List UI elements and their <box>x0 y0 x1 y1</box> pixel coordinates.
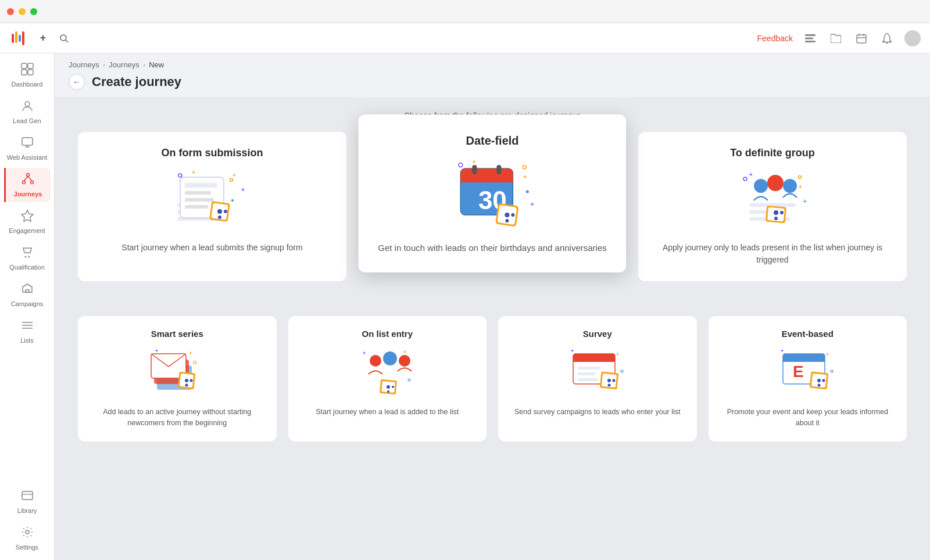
sidebar-label-journeys: Journeys <box>14 191 42 198</box>
sidebar-item-settings[interactable]: Settings <box>4 521 51 555</box>
svg-rect-17 <box>28 70 33 75</box>
window-maximize-dot[interactable] <box>30 8 37 15</box>
svg-line-26 <box>28 177 32 181</box>
card-desc-smart: Add leads to an active journey without s… <box>88 407 266 429</box>
sidebar: Dashboard Lead Gen Web Assistant Journey… <box>0 53 55 560</box>
card-title-event: Event-based <box>782 329 834 339</box>
card-illustration-group: + + + <box>735 168 810 232</box>
card-desc-form: Start journey when a lead submits the si… <box>121 242 302 254</box>
svg-point-125 <box>607 384 610 387</box>
card-on-form-submission[interactable]: On form submission <box>78 132 346 281</box>
svg-point-84 <box>505 219 509 222</box>
add-button[interactable]: + <box>35 30 51 46</box>
sidebar-label-leadgen: Lead Gen <box>13 117 41 124</box>
card-title-smart: Smart series <box>151 329 203 339</box>
svg-rect-30 <box>26 290 29 292</box>
bell-icon[interactable] <box>879 30 895 46</box>
search-button[interactable] <box>56 30 72 46</box>
svg-text:+: + <box>749 171 753 178</box>
svg-text:+: + <box>363 350 366 356</box>
svg-rect-34 <box>22 491 33 500</box>
sidebar-item-dashboard[interactable]: Dashboard <box>4 58 51 92</box>
breadcrumb: Journeys › Journeys › New <box>69 60 916 69</box>
svg-point-127 <box>621 370 623 372</box>
card-date-field[interactable]: Date-field 30 <box>358 114 626 272</box>
breadcrumb-sep-2: › <box>143 60 145 69</box>
svg-point-98 <box>185 379 188 382</box>
topbar: + Feedback <box>0 23 930 53</box>
svg-point-67 <box>780 211 784 214</box>
svg-point-104 <box>370 355 381 367</box>
sidebar-label-engagement: Engagement <box>9 227 45 234</box>
svg-point-24 <box>31 181 34 184</box>
table-icon[interactable] <box>802 30 818 46</box>
svg-point-89 <box>526 191 529 193</box>
sidebar-item-engagement[interactable]: Engagement <box>4 204 51 239</box>
svg-rect-9 <box>857 35 866 43</box>
svg-text:+: + <box>155 348 158 354</box>
svg-rect-44 <box>185 205 208 209</box>
card-event-based[interactable]: Event-based E <box>709 316 907 441</box>
user-avatar[interactable] <box>904 30 921 46</box>
card-desc-date: Get in touch with leads on their birthda… <box>378 242 607 255</box>
content-header: Journeys › Journeys › New ← Create journ… <box>55 53 930 97</box>
svg-text:+: + <box>781 348 784 354</box>
card-desc-event: Promote your event and keep your leads i… <box>719 407 897 429</box>
breadcrumb-journeys-1[interactable]: Journeys <box>69 60 99 69</box>
folder-icon[interactable] <box>828 30 844 46</box>
svg-rect-2 <box>19 35 21 42</box>
card-desc-list: Start journey when a lead is added to th… <box>316 407 459 418</box>
breadcrumb-journeys-2[interactable]: Journeys <box>109 60 140 69</box>
sidebar-item-lists[interactable]: Lists <box>4 314 51 349</box>
svg-point-87 <box>459 163 463 167</box>
svg-point-66 <box>774 210 778 215</box>
card-on-list-entry[interactable]: On list entry <box>288 316 487 441</box>
sidebar-item-webassistant[interactable]: Web Assistant <box>4 131 51 166</box>
svg-rect-118 <box>578 367 601 369</box>
svg-point-135 <box>817 379 821 382</box>
svg-text:+: + <box>530 200 534 207</box>
svg-point-124 <box>612 379 615 382</box>
sidebar-item-journeys[interactable]: Journeys <box>4 168 51 202</box>
svg-point-109 <box>387 385 390 389</box>
card-illustration-date: 30 + <box>449 157 536 232</box>
journeys-icon <box>22 173 34 188</box>
card-to-definite-group[interactable]: To definite group <box>638 132 907 281</box>
svg-point-99 <box>189 379 192 382</box>
sidebar-item-campaigns[interactable]: Campaigns <box>4 278 51 312</box>
svg-rect-15 <box>28 63 33 69</box>
campaigns-icon <box>21 282 34 298</box>
svg-rect-8 <box>805 41 815 42</box>
sidebar-item-leadgen[interactable]: Lead Gen <box>4 95 51 129</box>
svg-rect-14 <box>22 63 27 69</box>
calendar-icon[interactable] <box>853 30 870 46</box>
sidebar-label-campaigns: Campaigns <box>11 300 44 307</box>
card-survey[interactable]: Survey <box>498 316 697 441</box>
card-title-list: On list entry <box>362 329 413 339</box>
svg-point-29 <box>28 256 30 258</box>
svg-point-18 <box>25 102 30 106</box>
window-minimize-dot[interactable] <box>19 8 26 15</box>
svg-point-36 <box>26 530 29 534</box>
card-smart-series[interactable]: Smart series <box>78 316 277 441</box>
svg-point-54 <box>231 199 234 202</box>
svg-text:+: + <box>189 350 192 356</box>
sidebar-item-qualification[interactable]: Qualification <box>4 241 51 275</box>
journey-content: Choose from the following pre-designed j… <box>55 97 930 560</box>
window-close-dot[interactable] <box>7 8 14 15</box>
svg-marker-27 <box>22 210 33 221</box>
card-title-group: To definite group <box>730 147 815 159</box>
svg-rect-3 <box>22 31 24 45</box>
qualification-icon <box>21 246 34 261</box>
cards-bottom-row: Smart series <box>78 316 907 441</box>
dashboard-icon <box>21 63 34 78</box>
svg-rect-0 <box>12 34 14 43</box>
card-illustration-smart: + + <box>148 348 206 397</box>
svg-point-136 <box>822 379 825 382</box>
svg-point-88 <box>523 166 526 169</box>
feedback-link[interactable]: Feedback <box>757 34 793 43</box>
leadgen-icon <box>21 99 34 115</box>
sidebar-item-library[interactable]: Library <box>4 484 51 519</box>
svg-rect-119 <box>578 372 595 375</box>
back-button[interactable]: ← <box>69 74 85 90</box>
